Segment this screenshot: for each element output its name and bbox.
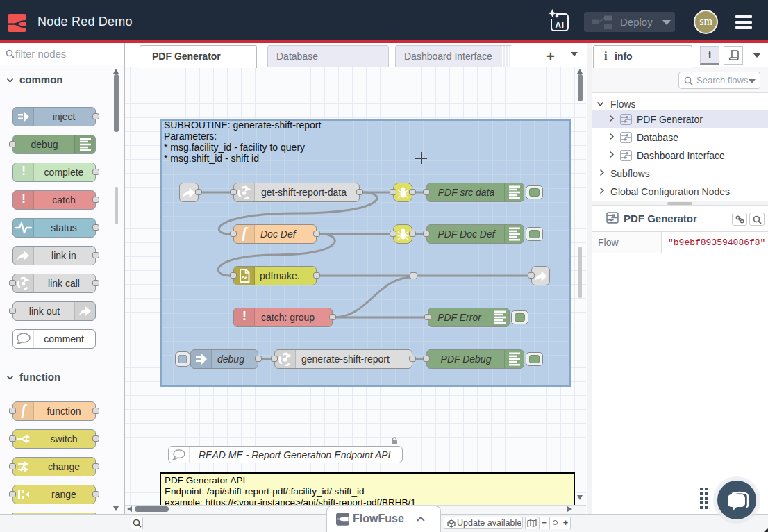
svg-text:AI: AI bbox=[555, 20, 564, 31]
